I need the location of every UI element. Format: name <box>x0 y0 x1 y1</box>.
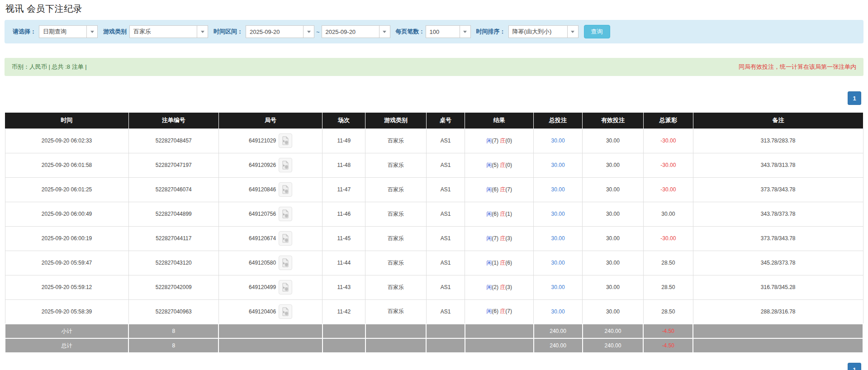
cell-bet-id: 522827044117 <box>128 226 218 251</box>
cell-time: 2025-09-20 05:59:47 <box>5 251 128 275</box>
round-id-text: 649121029 <box>249 138 276 144</box>
column-header: 桌号 <box>426 113 465 128</box>
total-bet-link[interactable]: 30.00 <box>551 260 565 266</box>
table-row: 2025-09-20 06:00:49522827044899649120756… <box>5 202 863 226</box>
result-banker-label: 庄 <box>500 211 505 217</box>
search-button[interactable]: 查询 <box>584 25 610 38</box>
cell-session: 11-46 <box>323 202 365 226</box>
cell-payout: 28.50 <box>643 275 693 299</box>
cell-result: 闲(1) 庄(6) <box>465 251 534 275</box>
cell-round-id: 649120674 <box>218 226 323 251</box>
cell-game-type: 百家乐 <box>365 153 427 177</box>
result-player-score: (1) <box>492 260 498 266</box>
select-mode-label: 请选择： <box>13 28 36 36</box>
cell-total-bet: 30.00 <box>534 177 583 202</box>
result-player-label: 闲 <box>486 162 492 168</box>
currency-summary-bar: 币别：人民币 | 总共 :8 注单 | 同局有效投注，统一计算在该局第一张注单内 <box>5 58 863 76</box>
cell-session: 11-45 <box>323 226 365 251</box>
total-empty-cell-result <box>465 338 534 353</box>
video-replay-icon <box>281 234 289 243</box>
sort-order-value[interactable]: 降幂(由大到小) <box>508 25 568 38</box>
video-replay-button[interactable] <box>279 256 292 270</box>
sort-order-dropdown[interactable]: 降幂(由大到小) <box>508 25 579 38</box>
total-label: 总计 <box>5 338 128 353</box>
table-row: 2025-09-20 05:59:47522827043120649120580… <box>5 251 863 275</box>
result-banker-label: 庄 <box>500 260 505 266</box>
total-bet-link[interactable]: 30.00 <box>551 308 565 315</box>
date-from-value[interactable]: 2025-09-20 <box>246 25 304 38</box>
video-replay-button[interactable] <box>279 158 292 172</box>
cell-total-bet: 30.00 <box>534 128 583 153</box>
chevron-down-icon[interactable] <box>197 25 208 38</box>
cell-time: 2025-09-20 06:01:25 <box>5 177 128 202</box>
cell-result: 闲(2) 庄(3) <box>465 275 534 299</box>
cell-time: 2025-09-20 06:01:58 <box>5 153 128 177</box>
total-bet-link[interactable]: 30.00 <box>551 162 565 168</box>
total-bet-link[interactable]: 30.00 <box>551 138 565 144</box>
chevron-down-icon[interactable] <box>460 25 471 38</box>
cell-game-type: 百家乐 <box>365 251 427 275</box>
game-type-value[interactable]: 百家乐 <box>129 25 197 38</box>
cell-valid-bet: 30.00 <box>583 251 644 275</box>
column-header: 总派彩 <box>643 113 693 128</box>
video-replay-button[interactable] <box>279 280 292 294</box>
cell-payout: -30.00 <box>643 128 693 153</box>
cell-total-bet: 30.00 <box>534 299 583 324</box>
video-replay-button[interactable] <box>279 231 292 246</box>
cell-game-type: 百家乐 <box>365 128 427 153</box>
date-to-value[interactable]: 2025-09-20 <box>322 25 379 38</box>
result-banker-score: (3) <box>505 235 512 242</box>
subtotal-count: 8 <box>128 324 218 338</box>
select-mode-dropdown[interactable]: 日期查询 <box>39 25 98 38</box>
video-replay-icon <box>281 161 289 170</box>
cell-time: 2025-09-20 05:59:12 <box>5 275 128 299</box>
cell-bet-id: 522827046074 <box>128 177 218 202</box>
chevron-down-icon[interactable] <box>87 25 98 38</box>
total-payout: -4.50 <box>643 338 693 353</box>
cell-session: 11-47 <box>323 177 365 202</box>
total-bet-link[interactable]: 30.00 <box>551 211 565 217</box>
cell-game-type: 百家乐 <box>365 299 427 324</box>
select-mode-value[interactable]: 日期查询 <box>39 25 87 38</box>
cell-remark: 345.28/373.78 <box>693 251 863 275</box>
page-size-value[interactable]: 100 <box>426 25 460 38</box>
cell-session: 11-48 <box>323 153 365 177</box>
subtotal-payout: -4.50 <box>643 324 693 338</box>
total-bet-link[interactable]: 30.00 <box>551 284 565 290</box>
column-header: 场次 <box>323 113 365 128</box>
chevron-down-icon[interactable] <box>304 25 314 38</box>
chevron-down-icon[interactable] <box>568 25 579 38</box>
cell-table-no: AS1 <box>426 275 465 299</box>
video-replay-icon <box>281 307 289 316</box>
cell-valid-bet: 30.00 <box>583 177 644 202</box>
cell-remark: 373.78/343.78 <box>693 177 863 202</box>
video-replay-button[interactable] <box>279 133 292 148</box>
filter-panel: 请选择： 日期查询 游戏类别 百家乐 时间区间： 2025-09-20 ~ 20… <box>5 20 863 43</box>
total-bet-link[interactable]: 30.00 <box>551 186 565 193</box>
total-bet-link[interactable]: 30.00 <box>551 235 565 242</box>
subtotal-empty-cell-game-type <box>365 324 427 338</box>
result-player-label: 闲 <box>486 235 492 242</box>
video-replay-icon <box>281 209 289 218</box>
result-player-score: (5) <box>492 162 498 168</box>
cell-valid-bet: 30.00 <box>583 226 644 251</box>
round-id-text: 649120756 <box>249 211 276 217</box>
date-to-picker[interactable]: 2025-09-20 <box>322 25 390 38</box>
cell-remark: 343.78/373.78 <box>693 202 863 226</box>
video-replay-button[interactable] <box>279 304 292 319</box>
video-replay-button[interactable] <box>279 207 292 221</box>
round-id-text: 649120406 <box>249 308 276 315</box>
pagination-page-1-bottom[interactable]: 1 <box>848 363 861 370</box>
game-type-dropdown[interactable]: 百家乐 <box>129 25 208 38</box>
round-id-text: 649120926 <box>249 162 276 168</box>
page-size-dropdown[interactable]: 100 <box>426 25 471 38</box>
cell-table-no: AS1 <box>426 202 465 226</box>
chevron-down-icon[interactable] <box>379 25 390 38</box>
cell-round-id: 649120580 <box>218 251 323 275</box>
result-player-label: 闲 <box>486 186 492 193</box>
date-from-picker[interactable]: 2025-09-20 <box>246 25 314 38</box>
video-replay-button[interactable] <box>279 182 292 197</box>
cell-round-id: 649120499 <box>218 275 323 299</box>
cell-table-no: AS1 <box>426 153 465 177</box>
pagination-page-1-top[interactable]: 1 <box>848 91 861 105</box>
